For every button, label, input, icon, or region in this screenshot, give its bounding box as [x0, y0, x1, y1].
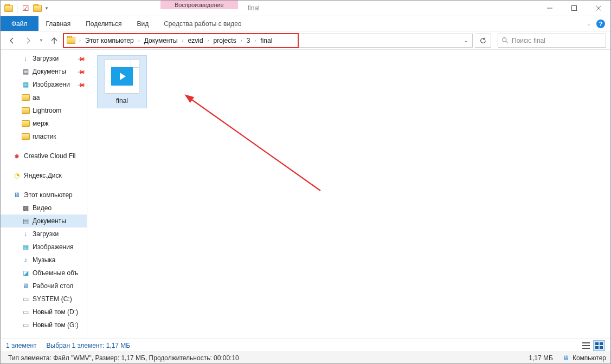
tree-item-creative-cloud[interactable]: ◉Creative Cloud Fil: [1, 150, 87, 162]
file-name-label: final: [116, 97, 128, 105]
forward-button[interactable]: [21, 34, 35, 48]
tree-item-music[interactable]: ♪Музыка: [1, 253, 87, 266]
chevron-right-icon[interactable]: ›: [253, 38, 257, 43]
context-tab-header: Воспроизведение: [160, 1, 238, 16]
close-button[interactable]: [586, 1, 610, 16]
help-icon[interactable]: ?: [596, 20, 605, 28]
crumb-final[interactable]: final: [257, 34, 275, 47]
crumb-projects[interactable]: projects: [210, 34, 240, 47]
status-selection: Выбран 1 элемент: 1,17 МБ: [47, 342, 131, 349]
large-icons-view-button[interactable]: [593, 340, 605, 351]
svg-rect-11: [600, 342, 603, 345]
address-bar-row: ▼ › Этот компьютер› Документы› ezvid› pr…: [1, 31, 610, 50]
crumb-this-pc[interactable]: Этот компьютер: [82, 34, 137, 47]
chevron-right-icon[interactable]: ›: [137, 38, 141, 43]
svg-point-4: [503, 38, 506, 42]
computer-icon: 🖥: [12, 191, 21, 199]
navigation-pane[interactable]: ↓Загрузки📌 ▤Документы📌 ▦Изображени📌 aa L…: [1, 50, 87, 339]
status-bar: 1 элемент Выбран 1 элемент: 1,17 МБ: [1, 339, 610, 352]
crumb-documents[interactable]: Документы: [141, 34, 181, 47]
file-item-final[interactable]: final: [97, 55, 147, 108]
svg-rect-1: [571, 6, 576, 11]
ribbon-expand-icon[interactable]: ⌄: [587, 21, 591, 27]
maximize-button[interactable]: [562, 1, 586, 16]
back-button[interactable]: [5, 34, 19, 48]
tab-home[interactable]: Главная: [38, 16, 79, 31]
chevron-right-icon[interactable]: ›: [240, 38, 243, 43]
chevron-right-icon[interactable]: ›: [181, 38, 185, 43]
tree-item-network[interactable]: 🖧Сеть: [1, 338, 87, 339]
chevron-right-icon[interactable]: ›: [78, 38, 82, 43]
disk-icon: ▭: [21, 321, 30, 329]
status-size: 1,17 МБ: [529, 354, 553, 362]
search-input[interactable]: Поиск: final: [498, 34, 606, 48]
tree-item-videos[interactable]: ▩Видео: [1, 202, 87, 214]
status-details: Тип элемента: Файл "WMV", Размер: 1,17 М…: [5, 354, 242, 362]
body: ↓Загрузки📌 ▤Документы📌 ▦Изображени📌 aa L…: [1, 50, 610, 339]
disk-icon: ▭: [21, 295, 30, 303]
window-title: final: [238, 1, 537, 16]
tab-video-tools[interactable]: Средства работы с видео: [156, 16, 249, 31]
tree-item-plastic[interactable]: пластик: [1, 130, 87, 143]
address-bar[interactable]: › Этот компьютер› Документы› ezvid› proj…: [63, 34, 473, 48]
chevron-right-icon[interactable]: ›: [207, 38, 210, 43]
tab-file[interactable]: Файл: [1, 16, 38, 31]
tree-item-this-pc[interactable]: 🖥Этот компьютер: [1, 188, 87, 202]
new-folder-icon[interactable]: [33, 3, 42, 13]
tree-item-aa[interactable]: aa: [1, 91, 87, 104]
file-list-pane[interactable]: final: [87, 50, 610, 339]
details-view-button[interactable]: [580, 340, 592, 351]
svg-rect-8: [582, 345, 590, 346]
pin-icon: 📌: [77, 67, 86, 76]
crumb-ezvid[interactable]: ezvid: [185, 34, 207, 47]
tree-item-downloads-pc[interactable]: ↓Загрузки: [1, 227, 87, 240]
crumb-3[interactable]: 3: [243, 34, 254, 47]
folder-icon: [21, 132, 30, 141]
window-controls: [537, 1, 610, 16]
video-icon: ▩: [21, 204, 30, 212]
creative-cloud-icon: ◉: [12, 152, 21, 160]
tree-item-documents[interactable]: ▤Документы: [1, 214, 87, 227]
yandex-disk-icon: ◔: [12, 171, 21, 180]
downloads-icon: ↓: [21, 230, 30, 238]
pin-icon: 📌: [77, 54, 86, 63]
properties-icon[interactable]: ☑: [21, 3, 30, 13]
tree-item-yandex-disk[interactable]: ◔Яндекс.Диск: [1, 169, 87, 182]
annotation-arrow: [136, 82, 331, 202]
svg-rect-10: [595, 342, 599, 345]
tree-item-drive-g[interactable]: ▭Новый том (G:): [1, 318, 87, 332]
tree-item-pictures[interactable]: ▦Изображения: [1, 240, 87, 253]
computer-icon: 🖥: [563, 354, 569, 362]
svg-rect-12: [595, 346, 599, 349]
downloads-icon: ↓: [21, 54, 30, 63]
tab-share[interactable]: Поделиться: [78, 16, 129, 31]
tree-item-desktop[interactable]: 🖥Рабочий стол: [1, 280, 87, 292]
tree-item-documents-qa[interactable]: ▤Документы📌: [1, 65, 87, 78]
svg-rect-9: [582, 348, 590, 349]
tree-item-drive-c[interactable]: ▭SYSTEM (C:): [1, 292, 87, 306]
up-button[interactable]: [47, 34, 61, 48]
ribbon-tabs: Файл Главная Поделиться Вид Средства раб…: [1, 16, 610, 31]
pictures-icon: ▦: [21, 80, 30, 89]
tree-item-lightroom[interactable]: Lightroom: [1, 104, 87, 117]
refresh-button[interactable]: [475, 34, 491, 48]
tree-item-pictures-qa[interactable]: ▦Изображени📌: [1, 78, 87, 91]
search-placeholder: Поиск: final: [512, 37, 545, 44]
tab-view[interactable]: Вид: [129, 16, 156, 31]
minimize-button[interactable]: [537, 1, 562, 16]
search-icon: [501, 37, 509, 44]
details-pane: Тип элемента: Файл "WMV", Размер: 1,17 М…: [1, 352, 610, 363]
tree-item-downloads[interactable]: ↓Загрузки📌: [1, 52, 87, 65]
qat-dropdown-icon[interactable]: ▼: [44, 6, 49, 11]
cube-icon: ◪: [21, 269, 30, 277]
qat-separator: [17, 3, 17, 13]
tree-item-drive-d[interactable]: ▭Новый том (D:): [1, 306, 87, 318]
svg-line-6: [190, 99, 320, 191]
recent-dropdown-icon[interactable]: ▼: [37, 34, 45, 48]
tree-item-3d-objects[interactable]: ◪Объемные объ: [1, 266, 87, 280]
tree-item-merge[interactable]: мерж: [1, 117, 87, 130]
quick-access-toolbar: ☑ ▼: [1, 1, 52, 16]
address-dropdown-icon[interactable]: ⌄: [460, 38, 472, 43]
pin-icon: 📌: [77, 80, 86, 89]
svg-rect-13: [600, 346, 603, 349]
